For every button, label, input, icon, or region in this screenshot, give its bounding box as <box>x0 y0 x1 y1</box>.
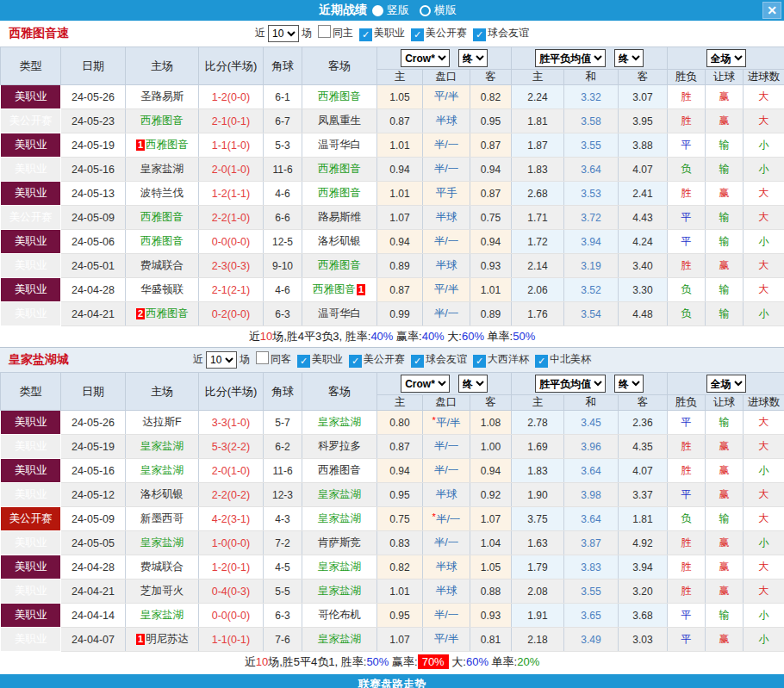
section-header-seattle: 西雅图音速 近10场同主✓美职业✓美公开赛✓球会友谊 <box>0 21 784 46</box>
match-count-select[interactable]: 10 <box>268 25 299 42</box>
result-wdl-cell: 平 <box>668 483 706 507</box>
home-team-cell: 达拉斯F <box>126 411 199 435</box>
home-team-cell: 圣路易斯 <box>126 85 199 109</box>
fulltime-score: 2-2 <box>212 212 227 224</box>
crow-away-odds: 0.95 <box>470 109 512 133</box>
col-crow-home: 主 <box>377 70 423 85</box>
result-goals-cell: 小 <box>744 531 784 555</box>
fulltime-score: 1-2 <box>212 188 227 200</box>
avg-away-odds: 3.40 <box>619 254 668 278</box>
rank-badge: 1 <box>136 139 145 151</box>
home-team-cell: 芝加哥火 <box>126 580 199 604</box>
league-type-cell: 美职业 <box>1 158 61 182</box>
result-goals-cell: 小 <box>744 133 784 158</box>
result-wdl-cell: 平 <box>668 133 706 158</box>
layout-radio[interactable] <box>372 5 383 16</box>
league-checkbox[interactable]: ✓ <box>359 28 372 41</box>
crow-away-odds: 0.94 <box>470 158 512 182</box>
crow-group-header: Crow* 终 <box>377 373 512 395</box>
league-checkbox[interactable]: ✓ <box>411 355 424 368</box>
avg-odds-select[interactable]: 胜平负均值 <box>535 375 606 393</box>
summary-rsl: 近10场,胜5平4负1, 胜率:50% 赢率:70% 大:60% 单率:20% <box>0 652 784 673</box>
col-avg-away: 客 <box>619 395 668 411</box>
filter-prefix-label: 近 <box>193 353 203 365</box>
match-row: 美公开赛24-05-09西雅图音2-2(1-0)6-6路易斯维1.07半球0.7… <box>1 206 784 230</box>
result-wdl-cell: 胜 <box>668 85 706 109</box>
crow-away-odds: 0.88 <box>470 580 512 604</box>
avg-group-header: 胜平负均值 终 <box>512 47 668 70</box>
league-type-cell: 美职业 <box>1 133 61 158</box>
odds-stage-select[interactable]: 终 <box>458 49 488 67</box>
result-goals-cell: 大 <box>744 483 784 507</box>
result-goals-cell: 大 <box>744 555 784 580</box>
league-checkbox[interactable]: ✓ <box>473 355 486 368</box>
corner-cell: 4-6 <box>264 182 302 206</box>
avg-draw-odds: 3.87 <box>564 531 619 555</box>
title-bar: 近期战绩 竖版横版 ✕ <box>0 0 784 21</box>
match-row: 美职业24-04-071明尼苏达1-1(0-1)7-6皇家盐湖1.07平/半0.… <box>1 628 784 652</box>
section-header-rsl: 皇家盐湖城 近10场同客✓美职业✓美公开赛✓球会友谊✓大西洋杯✓中北美杯 <box>0 347 784 372</box>
date-cell: 24-05-13 <box>61 182 126 206</box>
avg-stage-select[interactable]: 终 <box>614 375 644 393</box>
fullmatch-select[interactable]: 全场 <box>706 49 746 67</box>
league-checkbox[interactable]: ✓ <box>297 355 310 368</box>
halftime-score: (0-0) <box>227 236 250 248</box>
avg-odds-select[interactable]: 胜平负均值 <box>535 49 606 67</box>
avg-stage-select[interactable]: 终 <box>614 49 644 67</box>
layout-radio[interactable] <box>420 5 431 16</box>
home-team-cell: 皇家盐湖 <box>126 158 199 182</box>
score-cell: 0-0(0-0) <box>199 230 264 254</box>
avg-draw-odds: 3.45 <box>564 411 619 435</box>
date-cell: 24-05-16 <box>61 459 126 483</box>
avg-away-odds: 4.43 <box>619 206 668 230</box>
away-team-cell: 西雅图音 <box>302 158 377 182</box>
result-goals-cell: 大 <box>744 109 784 133</box>
same-venue-checkbox[interactable] <box>256 351 269 364</box>
handicap-cell: *半/一 <box>423 507 470 531</box>
close-button[interactable]: ✕ <box>762 2 781 19</box>
fullmatch-select[interactable]: 全场 <box>706 375 746 393</box>
avg-draw-odds: 3.55 <box>564 133 619 158</box>
league-type-cell: 美职业 <box>1 459 61 483</box>
result-handicap-cell: 输 <box>706 604 744 628</box>
league-checkbox[interactable]: ✓ <box>411 28 424 41</box>
summary-segment: 10 <box>256 655 268 668</box>
handicap-cell: 平/半 <box>423 278 470 302</box>
score-cell: 0-2(0-0) <box>199 302 264 326</box>
col-handicap: 盘口 <box>423 70 470 85</box>
avg-draw-odds: 3.98 <box>564 483 619 507</box>
fulltime-score: 2-1 <box>212 284 227 296</box>
corner-cell: 6-3 <box>264 604 302 628</box>
fullmatch-group-header: 全场 <box>668 373 784 395</box>
match-count-select[interactable]: 10 <box>206 351 237 369</box>
bookmaker-select[interactable]: Crow* <box>401 375 450 393</box>
league-checkbox[interactable]: ✓ <box>473 28 486 41</box>
corner-cell: 6-1 <box>264 85 302 109</box>
col-type: 类型 <box>1 373 61 411</box>
crow-home-odds: 0.95 <box>377 483 423 507</box>
crow-home-odds: 0.87 <box>377 109 423 133</box>
date-cell: 24-04-07 <box>61 628 126 652</box>
bookmaker-select[interactable]: Crow* <box>401 49 450 67</box>
league-type-cell: 美职业 <box>1 580 61 604</box>
avg-home-odds: 1.87 <box>512 133 564 158</box>
crow-away-odds: 0.81 <box>470 628 512 652</box>
odds-stage-select[interactable]: 终 <box>458 375 488 393</box>
away-team-cell: 皇家盐湖 <box>302 483 377 507</box>
league-type-cell: 美职业 <box>1 628 61 652</box>
league-checkbox[interactable]: ✓ <box>349 355 362 368</box>
league-type-cell: 美职业 <box>1 278 61 302</box>
match-row: 美职业24-04-28华盛顿联2-1(2-1)4-6西雅图音10.87平/半1.… <box>1 278 784 302</box>
col-crow-away: 客 <box>470 395 512 411</box>
crow-home-odds: 0.75 <box>377 507 423 531</box>
away-team-cell: 皇家盐湖 <box>302 580 377 604</box>
avg-draw-odds: 3.53 <box>564 182 619 206</box>
league-checkbox[interactable]: ✓ <box>535 355 548 368</box>
crow-home-odds: 1.01 <box>377 580 423 604</box>
col-crow-home: 主 <box>377 395 423 411</box>
same-venue-checkbox[interactable] <box>318 25 331 38</box>
halftime-score: (2-2) <box>227 441 250 453</box>
home-team-cell: 西雅图音 <box>126 206 199 230</box>
avg-away-odds: 4.07 <box>619 459 668 483</box>
away-team-cell: 肯萨斯竞 <box>302 531 377 555</box>
